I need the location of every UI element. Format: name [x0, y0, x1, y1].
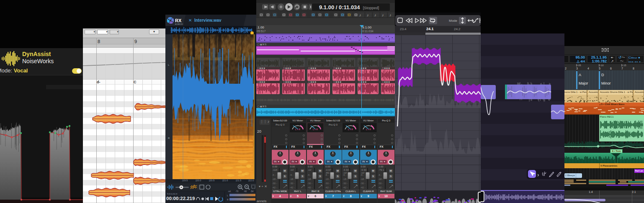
svg-text:L: L — [227, 194, 228, 197]
svg-text:L + R: L + R — [313, 128, 318, 131]
svg-text:R: R — [168, 137, 170, 139]
svg-text:♪: ♪ — [359, 13, 361, 17]
svg-text:L + R: L + R — [366, 128, 371, 131]
svg-text:RX: RX — [175, 18, 182, 23]
svg-text:♪: ♪ — [382, 13, 384, 17]
svg-text:-70: -70 — [235, 190, 238, 193]
svg-text:-54: -54 — [250, 190, 253, 193]
svg-text:ADVANCED: ADVANCED — [175, 23, 183, 25]
svg-text:♪: ♪ — [374, 13, 376, 17]
svg-text:-60: -60 — [244, 190, 247, 193]
svg-text:L + R: L + R — [348, 128, 353, 131]
svg-text:L + R: L + R — [295, 128, 300, 131]
svg-text:R: R — [227, 198, 229, 201]
svg-text:♪: ♪ — [367, 13, 369, 17]
svg-text:♪: ♪ — [389, 13, 392, 17]
svg-text:-inf.: -inf. — [228, 190, 231, 193]
